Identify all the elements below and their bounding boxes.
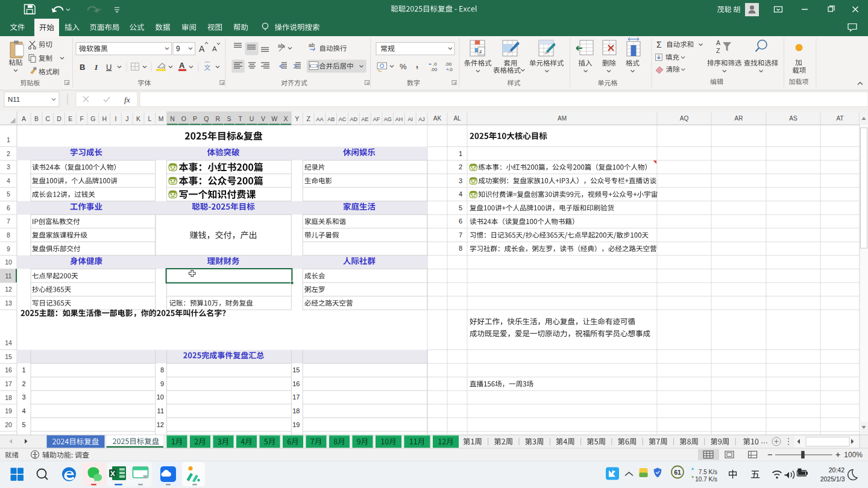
svg-text:N: N xyxy=(170,115,175,122)
svg-text:C: C xyxy=(45,115,50,122)
svg-text:7: 7 xyxy=(7,217,10,225)
svg-text:S: S xyxy=(227,115,231,122)
svg-text:AS: AS xyxy=(789,115,797,122)
svg-text:AI: AI xyxy=(408,116,414,122)
svg-text:AB: AB xyxy=(327,116,335,122)
svg-text:AJ: AJ xyxy=(418,116,425,122)
svg-text:M: M xyxy=(159,115,164,122)
svg-text:I: I xyxy=(94,63,98,72)
svg-text:W: W xyxy=(271,115,277,122)
svg-text:5: 5 xyxy=(459,204,462,211)
svg-text:20:42: 20:42 xyxy=(829,466,844,474)
svg-text:Q: Q xyxy=(204,115,209,122)
svg-text:AE: AE xyxy=(362,116,369,122)
svg-text:AK: AK xyxy=(433,115,442,122)
svg-text:,: , xyxy=(416,60,418,69)
svg-text:U: U xyxy=(106,63,112,72)
svg-text:E: E xyxy=(68,115,72,122)
svg-text:11: 11 xyxy=(157,407,164,414)
svg-text:19: 19 xyxy=(5,407,12,414)
svg-text:4: 4 xyxy=(459,190,462,198)
svg-text:Z: Z xyxy=(306,115,310,122)
svg-text:ab: ab xyxy=(278,43,284,49)
svg-text:6: 6 xyxy=(459,217,462,225)
svg-text:Y: Y xyxy=(295,115,299,122)
svg-text:A: A xyxy=(212,45,217,52)
svg-text:7.5 K/s: 7.5 K/s xyxy=(699,469,717,475)
svg-text:4: 4 xyxy=(7,177,10,184)
svg-text:AL: AL xyxy=(453,115,461,122)
svg-text:N11: N11 xyxy=(8,96,20,103)
svg-text:5: 5 xyxy=(22,421,26,428)
svg-text:AQ: AQ xyxy=(680,115,689,122)
svg-text:20: 20 xyxy=(5,421,12,428)
svg-text:16: 16 xyxy=(5,366,12,374)
svg-text:J: J xyxy=(125,115,128,122)
svg-text:AA: AA xyxy=(316,116,323,122)
svg-text:AD: AD xyxy=(350,116,358,122)
svg-text:61: 61 xyxy=(674,469,681,476)
svg-text:H: H xyxy=(102,115,107,122)
svg-text:A: A xyxy=(716,39,720,46)
svg-text:AF: AF xyxy=(373,116,380,122)
svg-text:AR: AR xyxy=(735,115,743,122)
svg-text:Z: Z xyxy=(716,47,720,54)
svg-text:9: 9 xyxy=(176,45,180,53)
svg-text:AC: AC xyxy=(339,116,347,122)
svg-text:10: 10 xyxy=(5,258,12,266)
svg-text:6: 6 xyxy=(7,204,10,211)
svg-text:A: A xyxy=(179,61,185,70)
svg-text:3: 3 xyxy=(459,177,462,184)
svg-text:16: 16 xyxy=(292,380,300,387)
svg-text:K: K xyxy=(136,115,140,122)
svg-text:fx: fx xyxy=(124,95,130,104)
svg-text:2025/1/3: 2025/1/3 xyxy=(820,475,845,483)
svg-text:.0: .0 xyxy=(448,67,453,72)
svg-text:ab: ab xyxy=(309,42,315,48)
svg-text:V: V xyxy=(261,115,265,122)
svg-text:O: O xyxy=(181,115,186,122)
svg-text:15: 15 xyxy=(5,353,12,360)
svg-text:I: I xyxy=(115,115,117,122)
svg-text:1: 1 xyxy=(459,150,462,157)
svg-text:5: 5 xyxy=(7,190,10,198)
svg-text:B: B xyxy=(34,115,39,122)
svg-text:1: 1 xyxy=(7,136,10,143)
svg-text:10.7 K/s: 10.7 K/s xyxy=(695,476,717,483)
svg-text:12: 12 xyxy=(5,286,12,293)
svg-text:2: 2 xyxy=(459,163,462,170)
svg-text:8: 8 xyxy=(459,245,462,252)
svg-text:14: 14 xyxy=(5,339,12,346)
svg-text:9: 9 xyxy=(160,380,164,387)
svg-text:R: R xyxy=(215,115,220,122)
svg-text:T: T xyxy=(239,115,243,122)
svg-text:D: D xyxy=(57,115,61,122)
svg-text:2: 2 xyxy=(7,150,10,157)
svg-text:3: 3 xyxy=(22,393,26,401)
svg-text:F: F xyxy=(80,115,83,122)
svg-text:11: 11 xyxy=(5,272,12,280)
svg-text:AH: AH xyxy=(395,116,403,122)
svg-text:12: 12 xyxy=(157,421,164,428)
svg-text:18: 18 xyxy=(292,407,300,414)
svg-text:9: 9 xyxy=(7,245,10,252)
svg-text:Σ: Σ xyxy=(656,40,662,49)
svg-text:L: L xyxy=(148,115,151,122)
svg-text:13: 13 xyxy=(5,299,12,307)
svg-text:G: G xyxy=(90,115,95,122)
svg-text:1: 1 xyxy=(22,366,26,374)
svg-text:P: P xyxy=(193,115,197,122)
svg-text:19: 19 xyxy=(292,421,300,428)
svg-text:100%: 100% xyxy=(844,451,863,459)
svg-text:8: 8 xyxy=(160,366,164,374)
svg-text:8: 8 xyxy=(7,231,10,239)
svg-text:X: X xyxy=(283,115,288,122)
svg-text:18: 18 xyxy=(5,394,12,401)
svg-text:3: 3 xyxy=(7,163,10,170)
svg-text:AT: AT xyxy=(836,115,843,122)
svg-text:17: 17 xyxy=(292,393,300,401)
svg-text:%: % xyxy=(400,62,407,71)
svg-text:≠: ≠ xyxy=(479,49,482,55)
svg-text:4: 4 xyxy=(22,407,26,414)
svg-text:AM: AM xyxy=(558,115,567,122)
